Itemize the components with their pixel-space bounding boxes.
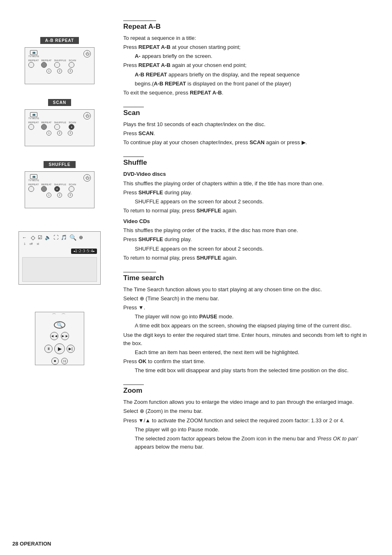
timesearch-body: The Time Search function allows you to s… (123, 286, 376, 375)
repeat-ab-section: Repeat A-B To repeat a sequence in a tit… (123, 21, 376, 97)
zoom-p4: The player will go into Pause mode. (135, 426, 376, 434)
tv-mute-icon3: 📺 TV MUTE (28, 174, 39, 182)
vcd-p4: To return to normal play, press SHUFFLE … (123, 254, 376, 262)
stop-btn-icon: ■ (51, 357, 59, 365)
scan-btn-icon (69, 62, 74, 68)
skipfwd-btn-icon: ▶| (67, 345, 75, 353)
repeat-filled-btn-icon (41, 62, 47, 68)
zoom-device-block: ⌒ ⌒ 🔍 ◄◄ ►► ⏸ ▶ ▶| ■ ▷| (6, 312, 113, 365)
ts-p8: Press OK to confirm the start time. (123, 357, 376, 366)
remote-numbers: 1 2 3 (46, 69, 73, 74)
shuf-scan-btn (69, 186, 74, 192)
left-column: A-B REPEAT 📺 TV MUTE ⏻ REPEAT REPEAT (0, 12, 119, 539)
p7: To exit the sequence, press REPEAT A-B. (123, 89, 376, 97)
zoom-body: The Zoom function allows you to enlarge … (123, 398, 376, 451)
scan-repeat-filled-btn (41, 124, 47, 130)
scan-shuffle-btn (54, 124, 60, 130)
ts-p6: Use the digit keys to enter the required… (123, 331, 376, 348)
zoom-lens-icon: 🔍 (54, 321, 65, 329)
pause-btn-icon: ⏸ (44, 345, 53, 353)
vcd-p2: Press SHUFFLE during play. (123, 235, 376, 244)
timer-display: ◄1:2:3:5:4► (71, 249, 97, 254)
ff-btn-icon: ►► (61, 332, 69, 340)
repeat-ab-rule (123, 21, 156, 21)
dvd-p4: To return to normal play, press SHUFFLE … (123, 207, 376, 215)
scan-remote: 📺 TV MUTE ⏻ REPEAT REPEAT SHUFF (25, 109, 95, 146)
p5: A-B REPEAT appears briefly on the displa… (135, 71, 376, 79)
scan-p3: To continue play at your chosen chapter/… (123, 138, 376, 147)
remote-numbers3: 1 2 3 (46, 193, 73, 198)
vcd-p1: This shuffles the playing order of the t… (123, 226, 376, 235)
ab-repeat-label: A-B REPEAT (40, 37, 79, 44)
ts-p1: The Time Search function allows you to s… (123, 286, 376, 294)
tv-mute-icon: 📺 TV MUTE (28, 50, 39, 58)
repeat-ab-title: Repeat A-B (123, 23, 376, 31)
repeat-label2: REPEAT (41, 59, 51, 62)
zoom-p3: Press ▼/▲ to activate the ZOOM function … (123, 417, 376, 425)
power-button-icon3: ⏻ (83, 174, 91, 182)
dvd-p3: SHUFFLE appears on the screen for about … (135, 198, 376, 206)
dvd-p1: This shuffles the playing order of chapt… (123, 180, 376, 188)
ts-p3: Press ▼. (123, 304, 376, 312)
scan-label: SCAN (69, 59, 76, 62)
scan-label-badge: SCAN (48, 99, 71, 106)
ts-icons-row: ← ◇ ☑ 🔈 ⛶ 🎵 (22, 234, 97, 241)
shuffle-section: Shuffle DVD-Video discs This shuffles th… (123, 157, 376, 262)
scan-repeat-btn (28, 124, 34, 130)
dvd-p2: Press SHUFFLE during play. (123, 189, 376, 197)
repeat-ab-device-block: A-B REPEAT 📺 TV MUTE ⏻ REPEAT REPEAT (6, 37, 113, 84)
scan-section: Scan Plays the first 10 seconds of each … (123, 107, 376, 147)
play-btn-icon: ▶ (54, 343, 65, 354)
zoom-p2: Select ⊕ (Zoom) in the menu bar. (123, 407, 376, 415)
ts-p2: Select ⊕ (Time Search) in the menu bar. (123, 295, 376, 303)
shuffle-body: DVD-Video discs This shuffles the playin… (123, 170, 376, 262)
ts-p7: Each time an item has been entered, the … (135, 348, 376, 357)
rewind-btn-icon: ◄◄ (50, 332, 58, 340)
tv-mute-icon2: 📺 TV MUTE (28, 112, 39, 120)
shuf-repeat-btn (28, 186, 34, 192)
p4: Press REPEAT A-B again at your chosen en… (123, 61, 376, 69)
ts-p5: A time edit box appears on the screen, s… (135, 322, 376, 330)
ts-small-labels: 1 off st (24, 242, 97, 245)
shuffle-label: SHUFFLE (54, 59, 66, 62)
scan-p2: Press SCAN. (123, 129, 376, 138)
dvd-heading: DVD-Video discs (123, 170, 376, 178)
p1: To repeat a sequence in a title: (123, 34, 376, 42)
timesearch-title: Time search (123, 274, 376, 282)
timesearch-device-block: ← ◇ ☑ 🔈 ⛶ 🎵 (6, 231, 113, 285)
scan-scan-btn: ● (69, 124, 74, 130)
zoom-p1: The Zoom function allows you to enlarge … (123, 398, 376, 406)
p6: begins.(A-B REPEAT is displayed on the f… (135, 80, 376, 88)
shuffle-remote: 📺 TV MUTE ⏻ REPEAT REPEAT SHUFF (25, 171, 95, 208)
shuffle-btn-icon (54, 62, 60, 68)
shuffle-title: Shuffle (123, 159, 376, 167)
shuf-shuffle-btn: ● (54, 186, 60, 192)
scan-p1: Plays the first 10 seconds of each chapt… (123, 120, 376, 129)
scan-body: Plays the first 10 seconds of each chapt… (123, 120, 376, 147)
p3: A- appears briefly on the screen. (135, 52, 376, 60)
repeat-ab-body: To repeat a sequence in a title: Press R… (123, 34, 376, 97)
ts-p9: The time edit box will disappear and pla… (135, 366, 376, 375)
scan-title: Scan (123, 109, 376, 117)
timesearch-display: ← ◇ ☑ 🔈 ⛶ 🎵 (18, 231, 101, 285)
ab-repeat-remote: 📺 TV MUTE ⏻ REPEAT REPEAT SHUFF (25, 47, 95, 84)
page-footer: 28 OPERATION (12, 541, 51, 547)
ts-p4: The player will now go into PAUSE mode. (135, 313, 376, 321)
power-button-icon: ⏻ (83, 50, 91, 58)
repeat-btn-icon (28, 62, 34, 68)
vcd-heading: Video CDs (123, 217, 376, 226)
shuffle-rule (123, 157, 144, 157)
shuffle-device-block: SHUFFLE 📺 TV MUTE ⏻ REPEAT REPEAT (6, 161, 113, 208)
remote-numbers2: 1 2 3 (46, 131, 73, 136)
timesearch-section: Time search The Time Search function all… (123, 272, 376, 375)
zoom-remote: ⌒ ⌒ 🔍 ◄◄ ►► ⏸ ▶ ▶| ■ ▷| (35, 312, 84, 365)
shuf-repeat-filled-btn (41, 186, 47, 192)
repeat-label: REPEAT (28, 59, 39, 62)
scan-device-block: SCAN 📺 TV MUTE ⏻ REPEAT REPEAT (6, 99, 113, 146)
vcd-p3: SHUFFLE appears on the screen for about … (135, 245, 376, 253)
step-btn-icon: ▷| (61, 358, 68, 364)
right-column: Repeat A-B To repeat a sequence in a tit… (119, 12, 392, 539)
scan-rule (123, 107, 144, 107)
zoom-p5: The selected zoom factor appears below t… (135, 435, 376, 451)
shuffle-label-badge: SHUFFLE (44, 161, 75, 168)
